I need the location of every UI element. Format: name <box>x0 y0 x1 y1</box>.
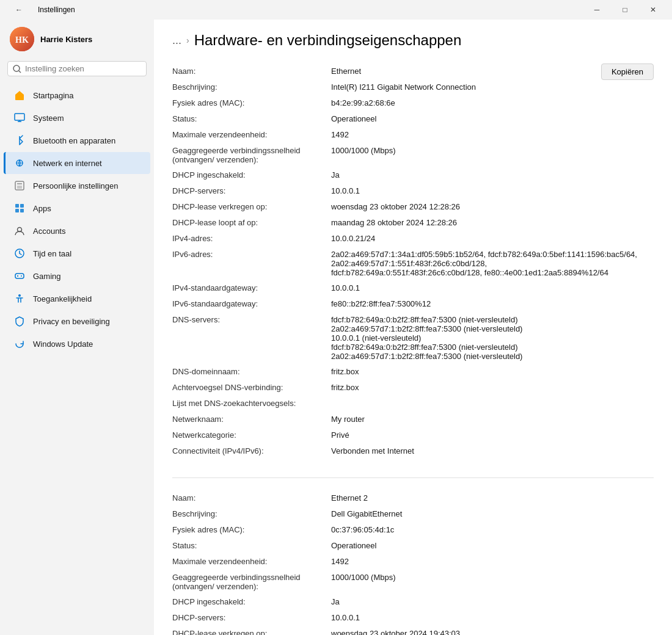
e1-speed-row: Geaggregeerde verbindingssnelheid (ontva… <box>172 143 654 167</box>
e1-dns-suffix-value: fritz.box <box>331 383 654 393</box>
search-box <box>7 61 147 76</box>
e1-mtu-value: 1492 <box>331 130 654 140</box>
apps-icon <box>13 202 26 214</box>
e1-beschrijving-row: Beschrijving: Intel(R) I211 Gigabit Netw… <box>172 79 601 95</box>
sidebar-item-label-accounts: Accounts <box>33 227 65 236</box>
e1-beschrijving-label: Beschrijving: <box>172 82 331 92</box>
e1-mtu-label: Maximale verzendeenheid: <box>172 130 331 140</box>
e2-dhcp-servers-value: 10.0.0.1 <box>331 613 654 623</box>
e1-dns-row: DNS-servers: fdcf:b782:649a:0:b2f2:8ff:f… <box>172 312 654 364</box>
e1-connectivity-row: Connectiviteit (IPv4/IPv6): Verbonden me… <box>172 443 654 459</box>
e2-speed-value: 1000/1000 (Mbps) <box>331 573 654 591</box>
e1-ipv6-row: IPv6-adres: 2a02:a469:57d7:1:34a1:df05:5… <box>172 247 654 280</box>
e1-dns-domain-row: DNS-domeinnaam: fritz.box <box>172 364 654 380</box>
sidebar-item-label-update: Windows Update <box>33 339 93 349</box>
minimize-button[interactable]: ─ <box>583 0 611 20</box>
e1-ipv4gw-row: IPv4-standaardgateway: 10.0.0.1 <box>172 280 654 296</box>
e2-dhcp-obtained-value: woensdag 23 oktober 2024 19:43:03 <box>331 629 654 635</box>
e1-ipv6gw-label: IPv6-standaardgateway: <box>172 299 331 309</box>
e1-dns-label: DNS-servers: <box>172 315 331 361</box>
ethernet1-section: Kopiëren Naam: Ethernet Beschrijving: In… <box>172 64 654 459</box>
e1-ipv6-value: 2a02:a469:57d7:1:34a1:df05:59b5:1b52/64,… <box>331 250 654 277</box>
e1-dhcp-expires-label: DHCP-lease loopt af op: <box>172 218 331 228</box>
time-icon <box>13 247 26 259</box>
e1-status-value: Operationeel <box>331 114 654 124</box>
e1-naam-label: Naam: <box>172 67 331 76</box>
e2-status-value: Operationeel <box>331 541 654 551</box>
sidebar-item-update[interactable]: Windows Update <box>4 333 150 355</box>
search-input[interactable] <box>25 64 141 73</box>
e2-beschrijving-row: Beschrijving: Dell GigabitEthernet <box>172 506 654 522</box>
svg-point-2 <box>13 65 20 71</box>
e2-speed-row: Geaggregeerde verbindingssnelheid (ontva… <box>172 570 654 594</box>
e2-mac-value: 0c:37:96:05:4d:1c <box>331 525 654 535</box>
titlebar-title: Instellingen <box>38 5 75 14</box>
svg-point-20 <box>18 294 21 297</box>
search-container <box>0 61 154 84</box>
app-body: HK Harrie Kisters <box>0 20 672 635</box>
sidebar-item-systeem[interactable]: Systeem <box>4 107 150 129</box>
e2-dhcp-obtained-label: DHCP-lease verkregen op: <box>172 629 331 635</box>
e1-netname-value: My router <box>331 415 654 424</box>
user-profile[interactable]: HK Harrie Kisters <box>0 20 154 61</box>
e1-ipv6gw-value: fe80::b2f2:8ff:fea7:5300%12 <box>331 299 654 309</box>
sidebar-item-gaming[interactable]: Gaming <box>4 265 150 287</box>
e1-dhcp-servers-label: DHCP-servers: <box>172 186 331 196</box>
e1-dhcp-servers-row: DHCP-servers: 10.0.0.1 <box>172 183 654 199</box>
e1-connectivity-value: Verbonden met Internet <box>331 446 654 456</box>
sidebar-item-accounts[interactable]: Accounts <box>4 220 150 242</box>
e2-mac-row: Fysiek adres (MAC): 0c:37:96:05:4d:1c <box>172 522 654 538</box>
sidebar-item-bluetooth[interactable]: Bluetooth en apparaten <box>4 129 150 151</box>
e2-speed-label: Geaggregeerde verbindingssnelheid (ontva… <box>172 573 331 591</box>
svg-text:HK: HK <box>15 35 29 45</box>
e1-dhcp-obtained-row: DHCP-lease verkregen op: woensdag 23 okt… <box>172 199 654 215</box>
breadcrumb-chevron: › <box>186 35 189 45</box>
e1-status-row: Status: Operationeel <box>172 111 654 127</box>
sidebar-item-apps[interactable]: Apps <box>4 197 150 219</box>
titlebar-controls: ─ □ ✕ <box>583 0 667 20</box>
sidebar-item-persoonlijk[interactable]: Persoonlijke instellingen <box>4 175 150 197</box>
e2-naam-label: Naam: <box>172 493 331 503</box>
e1-dns-search-label: Lijst met DNS-zoekachtervoegsels: <box>172 399 331 408</box>
svg-line-3 <box>19 71 21 73</box>
e2-dhcp-obtained-row: DHCP-lease verkregen op: woensdag 23 okt… <box>172 626 654 635</box>
sidebar-item-label-toegankelijkheid: Toegankelijkheid <box>33 294 92 303</box>
sidebar-item-label-systeem: Systeem <box>33 114 64 123</box>
e2-beschrijving-value: Dell GigabitEthernet <box>331 509 654 519</box>
e1-ipv4-label: IPv4-adres: <box>172 234 331 244</box>
e1-mac-value: b4:2e:99:a2:68:6e <box>331 98 654 108</box>
svg-point-19 <box>21 275 22 277</box>
sidebar-item-privacy[interactable]: Privacy en beveiliging <box>4 310 150 332</box>
e1-dns-suffix-label: Achtervoegsel DNS-verbinding: <box>172 383 331 393</box>
svg-rect-10 <box>15 204 19 208</box>
sidebar-item-toegankelijkheid[interactable]: Toegankelijkheid <box>4 288 150 310</box>
e2-naam-row: Naam: Ethernet 2 <box>172 490 654 506</box>
page-header: ... › Hardware- en verbindingseigenschap… <box>172 32 654 49</box>
sidebar-item-label-tijd: Tijd en taal <box>33 249 71 258</box>
e1-dhcp-obtained-value: woensdag 23 oktober 2024 12:28:26 <box>331 202 654 212</box>
update-icon <box>13 338 26 350</box>
e1-dns-search-value <box>331 399 654 408</box>
svg-rect-12 <box>15 209 19 212</box>
maximize-button[interactable]: □ <box>611 0 639 20</box>
sidebar-item-netwerk[interactable]: Netwerk en internet <box>4 152 150 174</box>
e1-mac-label: Fysiek adres (MAC): <box>172 98 331 108</box>
breadcrumb-dots[interactable]: ... <box>172 34 181 47</box>
section-divider <box>172 477 654 478</box>
e1-dhcp-enabled-value: Ja <box>331 170 654 180</box>
e1-dns-search-row: Lijst met DNS-zoekachtervoegsels: <box>172 396 654 412</box>
e1-dhcp-expires-value: maandag 28 oktober 2024 12:28:26 <box>331 218 654 228</box>
e2-status-label: Status: <box>172 541 331 551</box>
back-button[interactable]: ← <box>5 0 33 20</box>
e1-mac-row: Fysiek adres (MAC): b4:2e:99:a2:68:6e <box>172 95 654 111</box>
close-button[interactable]: ✕ <box>639 0 667 20</box>
sidebar-item-tijd[interactable]: Tijd en taal <box>4 242 150 264</box>
e1-netcat-row: Netwerkcategorie: Privé <box>172 427 654 443</box>
svg-rect-4 <box>15 114 24 120</box>
e1-dhcp-servers-value: 10.0.0.1 <box>331 186 654 196</box>
sidebar-item-label-bluetooth: Bluetooth en apparaten <box>33 136 115 145</box>
sidebar-item-startpagina[interactable]: Startpagina <box>4 84 150 106</box>
copy-button[interactable]: Kopiëren <box>601 64 654 80</box>
e1-dns-domain-value: fritz.box <box>331 367 654 377</box>
e2-mtu-label: Maximale verzendeenheid: <box>172 557 331 567</box>
